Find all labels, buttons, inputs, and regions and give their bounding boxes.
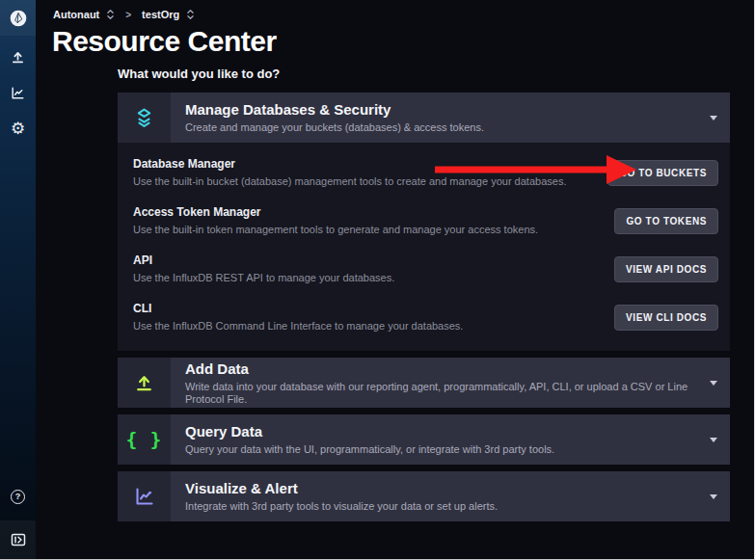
breadcrumb-account[interactable]: Autonaut [53, 9, 99, 20]
sidebar-nav: ⚙ [6, 44, 31, 141]
panel-header-visualize-alert[interactable]: Visualize & Alert Integrate with 3rd par… [118, 471, 730, 521]
gear-icon: ⚙ [11, 120, 25, 137]
resource-title: Access Token Manager [133, 205, 601, 220]
panel-header-query-data[interactable]: { } Query Data Query your data with the … [118, 414, 730, 465]
chevron-down-icon [710, 116, 717, 120]
upload-icon [10, 49, 26, 66]
resource-text: CLI Use the InfluxDB Command Line Interf… [133, 302, 614, 333]
panel-description: Create and manage your buckets (database… [185, 121, 710, 134]
sidebar: ⚙ ? [0, 0, 36, 559]
panel-body-manage-databases: Database Manager Use the built-in bucket… [118, 143, 730, 351]
panel-toggle[interactable] [710, 358, 730, 408]
view-cli-docs-button[interactable]: VIEW CLI DOCS [614, 305, 718, 331]
braces-icon: { } [126, 429, 162, 450]
panel-title: Query Data [185, 423, 710, 440]
resource-text: Access Token Manager Use the built-in to… [133, 205, 614, 236]
terminal-icon [11, 532, 26, 547]
panel-header-manage-databases[interactable]: Manage Databases & Security Create and m… [118, 93, 730, 143]
panel-title: Visualize & Alert [185, 480, 710, 497]
panel-title: Manage Databases & Security [185, 101, 710, 119]
chevron-down-icon [710, 494, 717, 499]
line-chart-icon [133, 485, 156, 508]
updown-caret-icon [106, 9, 115, 20]
question-mark-icon: ? [11, 490, 25, 504]
panel-description: Integrate with 3rd party tools to visual… [185, 500, 710, 513]
upload-icon [133, 372, 155, 394]
icon-cell [118, 93, 171, 143]
panel-query-data: { } Query Data Query your data with the … [118, 414, 730, 465]
resource-text: Database Manager Use the built-in bucket… [133, 157, 607, 188]
resource-description: Use the built-in bucket (database) manag… [133, 175, 594, 188]
chevron-down-icon [710, 438, 717, 442]
panel-header-text: Visualize & Alert Integrate with 3rd par… [171, 471, 710, 521]
resource-description: Use the InfluxDB REST API to manage your… [133, 272, 601, 284]
panel-manage-databases: Manage Databases & Security Create and m… [118, 93, 730, 351]
panel-header-text: Manage Databases & Security Create and m… [171, 93, 710, 143]
icon-cell [118, 471, 171, 521]
panel-header-text: Add Data Write data into your database w… [171, 358, 710, 408]
icon-cell [118, 358, 171, 408]
influxdb-logo[interactable] [0, 0, 36, 36]
resource-item-database-manager: Database Manager Use the built-in bucket… [118, 148, 730, 197]
breadcrumb-separator: > [125, 10, 131, 20]
sidebar-item-settings[interactable]: ⚙ [6, 116, 31, 141]
go-to-buckets-button[interactable]: GO TO BUCKETS [607, 160, 718, 186]
line-chart-icon [10, 85, 26, 101]
main-content: Autonaut > testOrg Resource Center What … [36, 0, 754, 559]
sidebar-item-help[interactable]: ? [6, 484, 31, 509]
updown-caret-icon [186, 9, 195, 20]
app-window: ⚙ ? Autonaut > [0, 0, 755, 560]
panel-description: Write data into your database with our r… [185, 381, 710, 406]
layers-icon [132, 106, 156, 130]
panel-title: Add Data [185, 360, 710, 378]
resource-description: Use the built-in token management tools … [133, 224, 601, 236]
panel-header-add-data[interactable]: Add Data Write data into your database w… [118, 358, 730, 408]
breadcrumb-org[interactable]: testOrg [142, 9, 179, 20]
resource-item-access-token-manager: Access Token Manager Use the built-in to… [118, 197, 730, 245]
resource-description: Use the InfluxDB Command Line Interface … [133, 320, 601, 333]
sidebar-bottom: ? [0, 484, 36, 559]
panel-add-data: Add Data Write data into your database w… [118, 358, 730, 408]
icon-cell: { } [118, 414, 171, 465]
influxdb-logo-icon [9, 9, 28, 28]
resource-title: CLI [133, 302, 601, 316]
page-prompt: What would you like to do? [118, 67, 754, 81]
resource-text: API Use the InfluxDB REST API to manage … [133, 253, 614, 284]
go-to-tokens-button[interactable]: GO TO TOKENS [614, 208, 718, 234]
panel-toggle[interactable] [710, 471, 730, 521]
sidebar-item-load-data[interactable] [6, 44, 31, 69]
view-api-docs-button[interactable]: VIEW API DOCS [614, 256, 718, 282]
panel-header-text: Query Data Query your data with the UI, … [171, 414, 710, 465]
page-title: Resource Center [52, 25, 754, 58]
breadcrumb: Autonaut > testOrg [36, 0, 754, 20]
panel-toggle[interactable] [710, 93, 730, 143]
resource-panels: Manage Databases & Security Create and m… [118, 93, 730, 521]
org-switcher[interactable] [186, 9, 195, 20]
sidebar-item-version-info[interactable] [0, 520, 36, 559]
sidebar-item-data-explorer[interactable] [6, 80, 31, 105]
resource-title: Database Manager [133, 157, 594, 172]
account-switcher[interactable] [106, 9, 115, 20]
resource-item-cli: CLI Use the InfluxDB Command Line Interf… [118, 293, 730, 341]
chevron-down-icon [710, 381, 717, 386]
panel-toggle[interactable] [710, 414, 730, 465]
resource-title: API [133, 253, 601, 268]
panel-visualize-alert: Visualize & Alert Integrate with 3rd par… [118, 471, 730, 521]
resource-item-api: API Use the InfluxDB REST API to manage … [118, 245, 730, 293]
panel-description: Query your data with the UI, programmati… [185, 443, 710, 456]
